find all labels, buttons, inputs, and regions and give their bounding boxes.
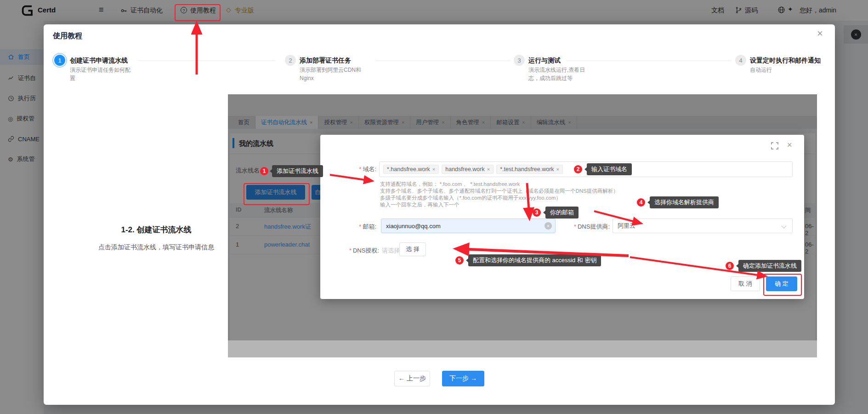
modal-close-icon[interactable]: × (817, 28, 823, 40)
dns-auth-select-button[interactable]: 选 择 (399, 242, 426, 256)
domain-tag[interactable]: handsfree.work× (442, 165, 494, 174)
tutorial-inner-screenshot: 首页 证书自动化流水线× 授权管理× 权限资源管理× 用户管理× 角色管理× 邮… (228, 94, 817, 357)
next-step-button[interactable]: 下一步 → (442, 371, 484, 386)
step-3-title: 运行与测试 (528, 57, 561, 65)
label-text: 域名: (363, 166, 376, 172)
step-1-desc: 演示证书申请任务如何配置 (70, 66, 134, 82)
required-star: * (359, 223, 361, 230)
annotation-tooltip-4: 选择你域名解析提供商 (650, 196, 719, 208)
step-4-title: 设置定时执行和邮件通知 (750, 57, 821, 65)
domain-tag[interactable]: *.handsfree.work× (383, 165, 439, 174)
dns-auth-label: *DNS授权: (333, 247, 379, 255)
step-2-desc: 演示部署到阿里云CDN和Nginx (300, 66, 369, 82)
annotation-badge-4: 4 (637, 198, 645, 207)
domain-hint-2: 支持多个域名、多个子域名、多个通配符域名打到一个证书上（域名必须是在同一个DNS… (380, 188, 618, 195)
screen: Certd ≡ 证书自动化 ? 使用教程 ◇ 专业版 文档 源码 ✦ 您好，ad… (0, 0, 868, 414)
tutorial-step-heading: 1-2. 创建证书流水线 (76, 224, 237, 235)
required-star: * (574, 223, 576, 230)
tag-close-icon[interactable]: × (487, 167, 490, 172)
tag-close-icon[interactable]: × (432, 167, 435, 172)
step-3-desc: 演示流水线运行,查看日志，成功后跳过等 (528, 66, 594, 82)
domain-tag[interactable]: *.test.handsfree.work× (496, 165, 563, 174)
step-4-desc: 自动运行 (750, 66, 828, 74)
step-2-circle: 2 (285, 55, 296, 66)
dns-provider-select[interactable]: 阿里云 (613, 218, 793, 233)
annotation-badge-6: 6 (726, 262, 734, 270)
dns-provider-label: *DNS提供商: (562, 223, 610, 231)
tag-text: *.test.handsfree.work (500, 166, 554, 172)
select-value: 阿里云 (618, 222, 635, 230)
step-connector (376, 60, 510, 61)
step-4-circle: 4 (735, 55, 746, 66)
tag-text: handsfree.work (445, 166, 484, 172)
step-connector (138, 60, 275, 61)
cancel-button[interactable]: 取 消 (731, 276, 760, 291)
inner-footer-strip (228, 340, 817, 357)
tutorial-title: 使用教程 (53, 31, 82, 41)
annotation-tooltip-6: 确定添加证书流水线 (738, 260, 801, 272)
email-label: *邮箱: (334, 223, 376, 231)
tag-text: *.handsfree.work (387, 166, 430, 172)
tag-close-icon[interactable]: × (556, 167, 559, 172)
clear-input-icon[interactable]: × (545, 222, 552, 230)
annotation-badge-3: 3 (533, 208, 541, 217)
domain-hint-4: 输入一个回车之后，再输入下一个 (380, 201, 460, 208)
annotation-badge-2: 2 (574, 165, 582, 173)
annotation-badge-1: 1 (260, 167, 268, 175)
domain-hint-3: 多级子域名要分成多个域名输入（*.foo.com的证书不能用于xxx.yyy.f… (380, 195, 561, 201)
label-text: DNS提供商: (578, 223, 610, 230)
step-2-title: 添加部署证书任务 (300, 57, 351, 65)
required-star: * (359, 166, 361, 172)
fullscreen-icon[interactable] (771, 142, 778, 151)
annotation-badge-5: 5 (455, 256, 464, 264)
step-3-circle: 3 (514, 55, 525, 66)
dns-auth-placeholder: 请选择 (382, 247, 400, 255)
prev-step-button[interactable]: ← 上一步 (394, 371, 430, 386)
annotation-tooltip-1: 添加证书流水线 (272, 165, 323, 177)
annotation-tooltip-5: 配置和选择你的域名提供商的 accessid 和 密钥 (468, 254, 601, 266)
label-text: DNS授权: (353, 247, 379, 254)
step-1-circle: 1 (54, 55, 65, 66)
annotation-tooltip-2: 输入证书域名 (587, 163, 632, 175)
dialog-close-icon[interactable]: × (787, 140, 792, 150)
label-text: 邮箱: (363, 223, 376, 230)
step-connector (566, 60, 731, 61)
add-pipeline-dialog: × *域名: *.handsfree.work× handsfree.work×… (320, 135, 804, 299)
ok-button[interactable]: 确 定 (766, 276, 797, 291)
required-star: * (349, 247, 352, 254)
domain-hint-1: 支持通配符域名，例如： *.foo.com 、 *.test.handsfree… (380, 181, 520, 188)
domain-label: *域名: (339, 165, 376, 173)
annotation-tooltip-3: 你的邮箱 (545, 207, 579, 218)
step-1-title: 创建证书申请流水线 (70, 57, 128, 65)
email-input[interactable] (381, 218, 556, 233)
